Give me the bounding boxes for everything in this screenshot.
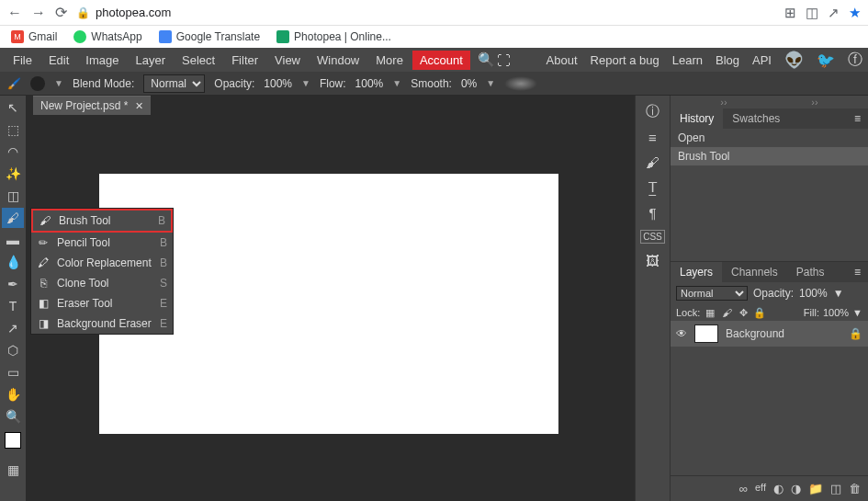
- blend-mode-select[interactable]: Normal: [143, 74, 205, 93]
- history-item-brush[interactable]: Brush Tool: [671, 147, 868, 165]
- back-icon[interactable]: ←: [7, 5, 22, 21]
- link-bug[interactable]: Report a bug: [591, 53, 659, 67]
- forward-icon[interactable]: →: [31, 5, 46, 21]
- image-icon[interactable]: 🖼: [646, 253, 659, 268]
- lock-move-icon[interactable]: ✥: [737, 306, 750, 319]
- paragraph-icon[interactable]: ¶: [648, 205, 656, 221]
- link-learn[interactable]: Learn: [672, 53, 703, 67]
- crop-tool-icon[interactable]: ◫: [2, 186, 24, 206]
- tab-history[interactable]: History: [671, 108, 723, 129]
- css-icon[interactable]: CSS: [640, 230, 665, 244]
- brush-panel-icon[interactable]: 🖌: [646, 154, 659, 170]
- character-icon[interactable]: T̲: [648, 179, 657, 196]
- reload-icon[interactable]: ⟳: [55, 4, 67, 21]
- tab-channels[interactable]: Channels: [722, 262, 787, 282]
- flow-value[interactable]: 100%: [355, 77, 384, 90]
- menu-brush-tool[interactable]: 🖌 Brush Tool B: [31, 209, 173, 233]
- url-bar[interactable]: 🔒 photopea.com: [76, 6, 171, 19]
- zoom-tool-icon[interactable]: 🔍: [2, 406, 24, 427]
- chevron-down-icon[interactable]: ▼: [833, 287, 844, 300]
- menu-pencil-tool[interactable]: ✏ Pencil Tool B: [31, 233, 173, 253]
- path-tool-icon[interactable]: ↗: [2, 318, 24, 338]
- smooth-value[interactable]: 0%: [461, 77, 477, 90]
- color-swatch[interactable]: [5, 432, 21, 449]
- menu-eraser-tool[interactable]: ◧ Eraser Tool E: [31, 293, 173, 313]
- layer-thumbnail[interactable]: [694, 325, 718, 343]
- type-tool-icon[interactable]: T: [2, 296, 24, 316]
- menu-window[interactable]: Window: [310, 51, 366, 70]
- bookmark-star-icon[interactable]: ★: [849, 5, 861, 21]
- marquee-tool-icon[interactable]: ⬚: [2, 120, 24, 140]
- opacity-value[interactable]: 100%: [264, 77, 292, 90]
- twitter-icon[interactable]: 🐦: [817, 51, 835, 69]
- tab-paths[interactable]: Paths: [787, 262, 834, 282]
- layer-blend-select[interactable]: Normal: [676, 286, 748, 301]
- menu-color-replacement[interactable]: 🖍 Color Replacement B: [31, 253, 173, 273]
- install-icon[interactable]: ⊞: [784, 5, 796, 21]
- mask-icon[interactable]: ◐: [773, 482, 783, 495]
- shape-tool-icon[interactable]: ▭: [2, 362, 24, 382]
- adjustment-icon[interactable]: ◑: [791, 482, 801, 495]
- menu-select[interactable]: Select: [175, 51, 222, 70]
- menu-filter[interactable]: Filter: [224, 51, 265, 70]
- new-layer-icon[interactable]: ◫: [830, 482, 841, 495]
- menu-clone-tool[interactable]: ⎘ Clone Tool S: [31, 273, 173, 293]
- lock-brush-icon[interactable]: 🖌: [720, 306, 733, 319]
- blur-tool-icon[interactable]: 💧: [2, 252, 24, 272]
- search-icon[interactable]: 🔍: [478, 51, 495, 68]
- move-tool-icon[interactable]: ↖: [2, 97, 24, 118]
- tab-swatches[interactable]: Swatches: [723, 108, 789, 129]
- chevron-down-icon[interactable]: ▼: [852, 307, 862, 318]
- reddit-icon[interactable]: 👽: [784, 51, 804, 70]
- delete-icon[interactable]: 🗑: [849, 482, 861, 495]
- adjust-icon[interactable]: ≡: [648, 130, 657, 145]
- bookmark-photopea[interactable]: Photopea | Online...: [276, 30, 391, 43]
- close-icon[interactable]: ✕: [135, 100, 143, 112]
- menu-edit[interactable]: Edit: [41, 51, 76, 70]
- chevron-down-icon[interactable]: ▼: [486, 78, 495, 88]
- facebook-icon[interactable]: ⓕ: [848, 51, 862, 70]
- fx-icon[interactable]: eff: [755, 482, 766, 495]
- selection-tool-icon[interactable]: ⬡: [2, 340, 24, 360]
- chevron-down-icon[interactable]: ▼: [392, 78, 401, 88]
- quickmask-icon[interactable]: ▦: [2, 460, 24, 480]
- link-layers-icon[interactable]: ∞: [739, 482, 748, 495]
- info-icon[interactable]: ⓘ: [646, 103, 659, 120]
- folder-icon[interactable]: 📁: [808, 482, 823, 495]
- lasso-tool-icon[interactable]: ◠: [2, 142, 24, 162]
- tab-layers[interactable]: Layers: [671, 262, 722, 282]
- lock-pixels-icon[interactable]: ▦: [704, 306, 716, 319]
- menu-background-eraser[interactable]: ◨ Background Eraser E: [31, 313, 173, 334]
- link-about[interactable]: About: [547, 53, 578, 67]
- history-item-open[interactable]: Open: [671, 129, 868, 147]
- bookmark-translate[interactable]: Google Translate: [159, 30, 260, 43]
- panel-menu-icon[interactable]: ≡: [847, 262, 868, 282]
- document-tab[interactable]: New Project.psd * ✕: [33, 96, 151, 115]
- brush-tool-icon[interactable]: 🖌: [2, 208, 24, 228]
- lock-all-icon[interactable]: 🔒: [753, 306, 766, 319]
- layer-row-background[interactable]: 👁 Background 🔒: [671, 321, 868, 347]
- wand-tool-icon[interactable]: ✨: [2, 164, 24, 184]
- menu-image[interactable]: Image: [78, 51, 126, 70]
- pen-tool-icon[interactable]: ✒: [2, 274, 24, 294]
- fill-value[interactable]: 100%: [823, 307, 849, 318]
- menu-view[interactable]: View: [267, 51, 308, 70]
- share-icon[interactable]: ↗: [828, 5, 840, 21]
- layer-opacity-value[interactable]: 100%: [799, 287, 828, 300]
- fullscreen-icon[interactable]: ⛶: [497, 52, 511, 68]
- extension-icon[interactable]: ◫: [806, 5, 818, 21]
- menu-layer[interactable]: Layer: [129, 51, 174, 70]
- brush-size-icon[interactable]: [30, 76, 45, 91]
- menu-more[interactable]: More: [368, 51, 411, 70]
- visibility-icon[interactable]: 👁: [676, 327, 687, 340]
- panel-menu-icon[interactable]: ≡: [847, 108, 868, 129]
- brush-dropdown-icon[interactable]: ▼: [54, 78, 63, 88]
- link-api[interactable]: API: [752, 53, 772, 67]
- gradient-tool-icon[interactable]: ▬: [2, 230, 24, 250]
- chevron-down-icon[interactable]: ▼: [301, 78, 310, 88]
- bookmark-whatsapp[interactable]: WhatsApp: [73, 30, 141, 43]
- link-blog[interactable]: Blog: [716, 53, 739, 67]
- menu-account[interactable]: Account: [412, 51, 470, 70]
- bookmark-gmail[interactable]: MGmail: [11, 30, 57, 43]
- hand-tool-icon[interactable]: ✋: [2, 384, 24, 404]
